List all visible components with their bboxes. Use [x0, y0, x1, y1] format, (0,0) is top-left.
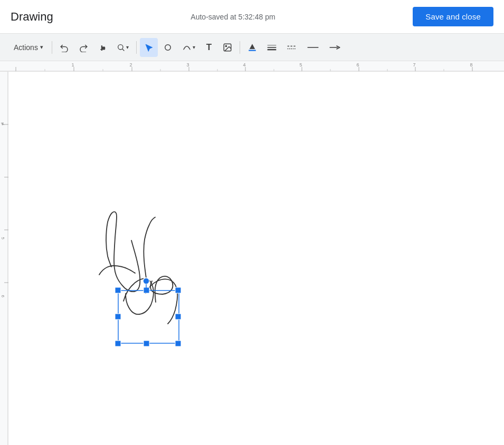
paint-format-icon [98, 43, 107, 52]
svg-text:4: 4 [1, 123, 5, 126]
svg-text:6: 6 [356, 62, 359, 67]
svg-text:2: 2 [129, 62, 132, 67]
line-weight-button[interactable] [262, 38, 281, 57]
line-start-button[interactable] [302, 38, 324, 57]
toolbar: Actions ▾ ▾ [0, 34, 504, 61]
line-weight-icon [267, 43, 277, 52]
page-title: Drawing [11, 10, 53, 24]
vertical-ruler: 4 4 5 6 [0, 72, 8, 445]
svg-point-2 [165, 44, 171, 50]
line-start-icon [307, 44, 319, 51]
image-tool-button[interactable] [218, 38, 236, 57]
shape-icon [163, 43, 173, 52]
undo-button[interactable] [55, 38, 73, 57]
drawing-canvas[interactable] [8, 72, 504, 445]
svg-rect-39 [0, 72, 8, 445]
zoom-button[interactable]: ▾ [112, 38, 133, 57]
freehand-icon [182, 43, 192, 52]
zoom-icon [117, 43, 125, 52]
select-tool-button[interactable] [140, 38, 158, 57]
svg-text:5: 5 [1, 237, 5, 240]
line-end-icon [329, 44, 341, 51]
pen-color-button[interactable] [243, 38, 261, 57]
line-end-button[interactable] [325, 38, 346, 57]
header: Drawing Auto-saved at 5:32:48 pm Save an… [0, 0, 504, 34]
svg-point-4 [225, 45, 226, 46]
text-icon: T [206, 42, 212, 53]
toolbar-separator-3 [240, 41, 240, 54]
undo-icon [60, 43, 69, 52]
svg-text:5: 5 [299, 62, 302, 67]
actions-chevron-icon: ▾ [40, 44, 43, 51]
svg-text:4: 4 [243, 62, 245, 67]
svg-text:8: 8 [470, 62, 472, 67]
actions-label: Actions [14, 43, 38, 52]
select-icon [144, 43, 154, 52]
svg-text:3: 3 [186, 62, 189, 67]
zoom-chevron-icon: ▾ [126, 44, 129, 50]
svg-text:6: 6 [1, 295, 5, 298]
dash-style-icon [287, 43, 297, 52]
redo-icon [79, 43, 88, 52]
save-close-button[interactable]: Save and close [413, 7, 493, 26]
text-tool-button[interactable]: T [201, 38, 217, 57]
pen-color-icon [248, 43, 257, 52]
toolbar-separator-2 [136, 41, 137, 54]
svg-text:7: 7 [413, 62, 415, 67]
freehand-tool-button[interactable]: ▾ [178, 38, 199, 57]
freehand-chevron-icon: ▾ [193, 44, 195, 50]
dash-style-button[interactable] [282, 38, 301, 57]
actions-menu-button[interactable]: Actions ▾ [8, 38, 49, 57]
redo-button[interactable] [74, 38, 92, 57]
horizontal-ruler: 1 2 3 4 5 6 7 8 [0, 61, 504, 72]
shape-tool-button[interactable] [159, 38, 177, 57]
canvas-area: 4 4 5 6 [0, 72, 504, 445]
svg-line-1 [122, 49, 124, 51]
canvas-white-area [8, 72, 504, 445]
paint-format-button[interactable] [93, 38, 111, 57]
toolbar-separator-1 [52, 41, 52, 54]
autosave-status: Auto-saved at 5:32:48 pm [191, 13, 275, 21]
svg-text:1: 1 [71, 62, 74, 67]
image-icon [223, 43, 232, 52]
svg-rect-5 [249, 50, 256, 51]
